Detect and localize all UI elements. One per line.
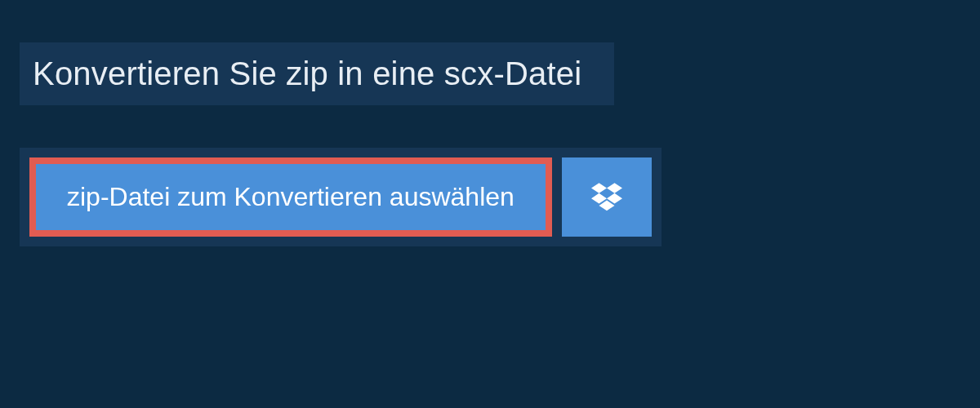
dropbox-button[interactable] — [562, 157, 652, 237]
converter-panel: Konvertieren Sie zip in eine scx-Datei z… — [0, 0, 980, 246]
dropbox-icon — [591, 180, 622, 215]
file-select-row: zip-Datei zum Konvertieren auswählen — [20, 148, 662, 246]
select-file-button-label: zip-Datei zum Konvertieren auswählen — [67, 182, 514, 212]
heading-wrap: Konvertieren Sie zip in eine scx-Datei — [20, 42, 614, 105]
select-file-button[interactable]: zip-Datei zum Konvertieren auswählen — [29, 157, 552, 237]
page-title: Konvertieren Sie zip in eine scx-Datei — [33, 55, 581, 92]
